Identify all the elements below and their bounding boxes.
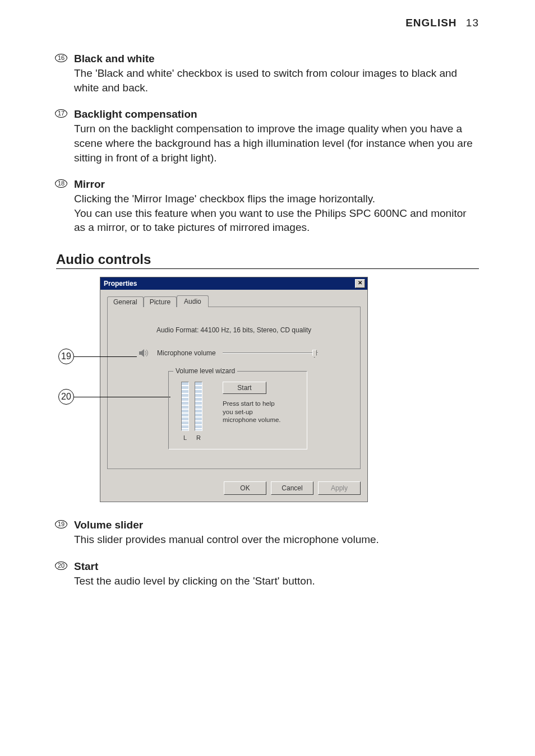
vu-meter-left bbox=[181, 382, 189, 431]
section-title: Black and white bbox=[74, 53, 479, 65]
callout-line bbox=[74, 356, 137, 357]
microphone-volume-label: Microphone volume bbox=[157, 349, 216, 357]
ok-button[interactable]: OK bbox=[224, 481, 266, 495]
wizard-hint: Press start to help you set-up microphon… bbox=[223, 400, 284, 424]
section-title: Start bbox=[74, 560, 479, 573]
speaker-icon bbox=[139, 349, 150, 358]
section-black-and-white: 16 Black and white The 'Black and white'… bbox=[56, 53, 479, 95]
marker-18: 18 bbox=[55, 179, 67, 188]
language-label: ENGLISH bbox=[405, 17, 456, 29]
tab-bar: General Picture Audio bbox=[107, 295, 361, 307]
dialog-button-bar: OK Cancel Apply bbox=[100, 476, 367, 502]
section-backlight: 17 Backlight compensation Turn on the ba… bbox=[56, 108, 479, 165]
marker-17: 17 bbox=[55, 109, 67, 118]
slider-thumb[interactable] bbox=[312, 350, 317, 358]
page-header: ENGLISH 13 bbox=[56, 17, 479, 29]
audio-controls-heading: Audio controls bbox=[56, 252, 479, 269]
section-body: Clicking the 'Mirror Image' checkbox fli… bbox=[74, 192, 479, 235]
channel-r-label: R bbox=[195, 434, 202, 441]
tab-audio[interactable]: Audio bbox=[177, 295, 209, 307]
svg-marker-0 bbox=[139, 349, 144, 357]
section-body: The 'Black and white' checkbox is used t… bbox=[74, 66, 479, 95]
page-number: 13 bbox=[466, 17, 479, 29]
close-button[interactable]: ✕ bbox=[355, 279, 365, 288]
callout-20: 20 bbox=[58, 389, 170, 405]
section-title: Backlight compensation bbox=[74, 108, 479, 120]
dialog-title: Properties bbox=[104, 280, 137, 287]
vu-meter-right bbox=[195, 382, 202, 431]
section-body: Test the audio level by clicking on the … bbox=[74, 574, 479, 588]
dialog-titlebar: Properties ✕ bbox=[100, 277, 367, 290]
section-body: This slider provides manual control over… bbox=[74, 532, 479, 547]
cancel-button[interactable]: Cancel bbox=[271, 481, 313, 495]
tab-general[interactable]: General bbox=[107, 296, 144, 307]
section-title: Volume slider bbox=[74, 519, 479, 531]
callout-19: 19 bbox=[58, 349, 137, 364]
volume-slider[interactable] bbox=[223, 349, 318, 357]
marker-20: 20 bbox=[55, 562, 67, 570]
section-body: Turn on the backlight compensation to im… bbox=[74, 122, 479, 165]
wizard-legend: Volume level wizard bbox=[173, 367, 237, 375]
channel-l-label: L bbox=[181, 434, 189, 441]
audio-format-label: Audio Format: 44100 Hz, 16 bits, Stereo,… bbox=[117, 326, 351, 334]
callout-bubble-19: 19 bbox=[58, 349, 74, 364]
start-button[interactable]: Start bbox=[223, 382, 266, 394]
marker-19: 19 bbox=[55, 520, 67, 528]
marker-16: 16 bbox=[55, 54, 67, 62]
tab-panel-audio: Audio Format: 44100 Hz, 16 bits, Stereo,… bbox=[107, 307, 361, 469]
volume-wizard-fieldset: Volume level wizard L R bbox=[168, 371, 307, 449]
section-volume-slider: 19 Volume slider This slider provides ma… bbox=[56, 519, 479, 547]
tab-picture[interactable]: Picture bbox=[144, 296, 177, 307]
apply-button[interactable]: Apply bbox=[318, 481, 361, 495]
section-title: Mirror bbox=[74, 178, 479, 191]
callout-line bbox=[74, 397, 170, 397]
section-start: 20 Start Test the audio level by clickin… bbox=[56, 560, 479, 588]
section-mirror: 18 Mirror Clicking the 'Mirror Image' ch… bbox=[56, 178, 479, 235]
microphone-volume-row: Microphone volume bbox=[139, 349, 351, 358]
callout-bubble-20: 20 bbox=[58, 389, 74, 405]
